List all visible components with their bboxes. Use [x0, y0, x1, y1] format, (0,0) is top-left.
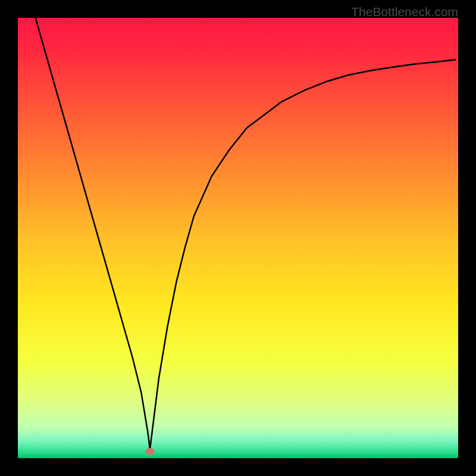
minimum-marker [145, 448, 155, 455]
curve-line [18, 18, 458, 458]
watermark-label: TheBottleneck.com [351, 5, 458, 19]
chart-area [18, 18, 458, 458]
